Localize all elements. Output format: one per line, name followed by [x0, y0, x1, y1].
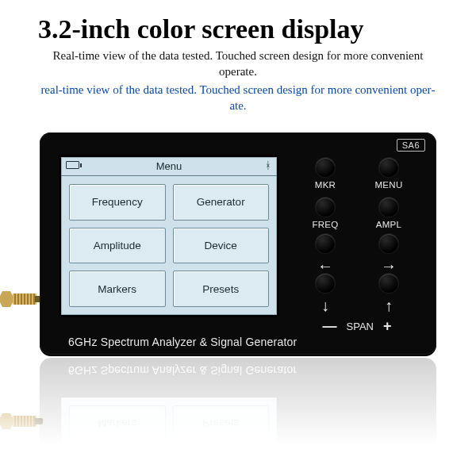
up-button[interactable]	[379, 274, 398, 293]
freq-label: FREQ	[298, 220, 353, 229]
menu-generator[interactable]: Generator	[173, 184, 270, 221]
lcd-screen[interactable]: Menu ᚼ Frequency Generator Amplitude Dev…	[59, 155, 279, 317]
screen-titlebar: Menu ᚼ	[61, 157, 277, 176]
ampl-label: AMPL	[361, 220, 416, 229]
arrow-right-icon: →	[361, 258, 416, 274]
span-minus[interactable]: —	[323, 318, 337, 335]
device-caption: 6GHz Spectrum Analyzer & Signal Generato…	[40, 336, 436, 348]
screen-title: Menu	[156, 160, 182, 172]
menu-amplitude[interactable]: Amplitude	[69, 228, 166, 264]
reflection: SA6 Menu ᚼ Frequency Generator Amplitude…	[40, 358, 436, 476]
span-plus[interactable]: +	[383, 318, 392, 335]
down-button[interactable]	[316, 274, 335, 293]
left-button[interactable]	[316, 234, 335, 253]
battery-icon	[66, 161, 79, 169]
menu-label: MENU	[361, 180, 416, 190]
menu-frequency[interactable]: Frequency	[69, 184, 166, 221]
menu-device[interactable]: Device	[173, 228, 270, 264]
mkr-label: MKR	[298, 180, 353, 190]
arrow-down-icon: ↓	[298, 298, 353, 313]
device-body: SA6 Menu ᚼ Frequency Generator Amplitude…	[40, 132, 436, 355]
right-button[interactable]	[379, 234, 398, 253]
model-badge: SA6	[397, 139, 425, 152]
mkr-button[interactable]	[316, 158, 335, 177]
arrow-up-icon: ↑	[361, 298, 416, 313]
button-panel: MKR MENU FREQ AMPL	[294, 158, 420, 328]
menu-presets[interactable]: Presets	[173, 271, 270, 307]
span-label: SPAN	[347, 321, 374, 332]
menu-markers[interactable]: Markers	[69, 271, 166, 307]
subtitle-primary: Real-time view of the data tested. Touch…	[0, 48, 476, 82]
subtitle-secondary: real-time view of the data tested. Touch…	[0, 82, 476, 127]
sma-connector-bottom	[0, 412, 43, 431]
headline: 3.2-inch color screen display	[0, 0, 476, 48]
product-stage: SA6 Menu ᚼ Frequency Generator Amplitude…	[0, 126, 476, 467]
menu-button[interactable]	[379, 158, 398, 177]
ampl-button[interactable]	[379, 198, 398, 217]
arrow-left-icon: ←	[298, 258, 353, 274]
bluetooth-icon: ᚼ	[265, 159, 271, 171]
reflection-fade	[0, 358, 476, 476]
freq-button[interactable]	[316, 198, 335, 217]
